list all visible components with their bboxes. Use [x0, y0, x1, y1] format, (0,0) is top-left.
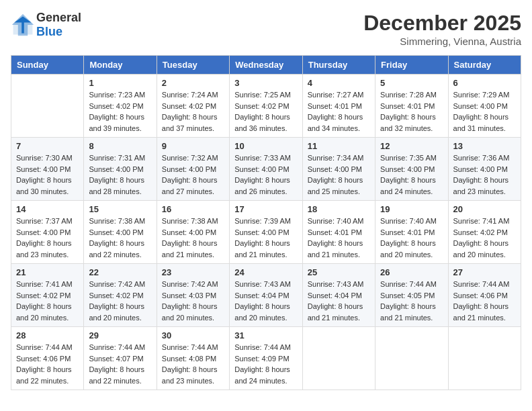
logo: General Blue [11, 11, 81, 39]
calendar-cell: 18Sunrise: 7:40 AMSunset: 4:01 PMDayligh… [302, 201, 375, 264]
day-info: Sunrise: 7:42 AMSunset: 4:02 PMDaylight:… [89, 279, 151, 323]
weekday-header: Thursday [302, 56, 375, 75]
calendar-week-row: 28Sunrise: 7:44 AMSunset: 4:06 PMDayligh… [11, 327, 521, 390]
month-title: December 2025 [363, 11, 521, 36]
calendar-table: SundayMondayTuesdayWednesdayThursdayFrid… [11, 55, 521, 390]
day-info: Sunrise: 7:41 AMSunset: 4:02 PMDaylight:… [16, 279, 79, 323]
day-number: 5 [380, 78, 443, 88]
day-info: Sunrise: 7:44 AMSunset: 4:09 PMDaylight:… [234, 342, 297, 386]
calendar-body: 1Sunrise: 7:23 AMSunset: 4:02 PMDaylight… [11, 75, 521, 390]
weekday-header: Saturday [448, 56, 521, 75]
day-number: 12 [380, 141, 443, 151]
day-info: Sunrise: 7:37 AMSunset: 4:00 PMDaylight:… [16, 216, 79, 260]
calendar-cell: 29Sunrise: 7:44 AMSunset: 4:07 PMDayligh… [84, 327, 157, 390]
calendar-cell: 16Sunrise: 7:38 AMSunset: 4:00 PMDayligh… [157, 201, 229, 264]
calendar-cell: 9Sunrise: 7:32 AMSunset: 4:00 PMDaylight… [157, 138, 229, 201]
weekday-header: Tuesday [157, 56, 229, 75]
day-number: 8 [89, 141, 151, 151]
day-info: Sunrise: 7:39 AMSunset: 4:00 PMDaylight:… [234, 216, 297, 260]
day-number: 1 [89, 78, 151, 88]
day-number: 16 [162, 204, 224, 214]
calendar-cell: 7Sunrise: 7:30 AMSunset: 4:00 PMDaylight… [11, 138, 84, 201]
calendar-cell: 17Sunrise: 7:39 AMSunset: 4:00 PMDayligh… [230, 201, 302, 264]
calendar-cell: 25Sunrise: 7:43 AMSunset: 4:04 PMDayligh… [302, 264, 375, 327]
calendar-cell [302, 327, 375, 390]
day-info: Sunrise: 7:44 AMSunset: 4:07 PMDaylight:… [89, 342, 151, 386]
day-info: Sunrise: 7:30 AMSunset: 4:00 PMDaylight:… [16, 152, 79, 197]
calendar-cell: 21Sunrise: 7:41 AMSunset: 4:02 PMDayligh… [11, 264, 84, 327]
calendar-cell: 4Sunrise: 7:27 AMSunset: 4:01 PMDaylight… [302, 75, 375, 138]
calendar-cell: 6Sunrise: 7:29 AMSunset: 4:00 PMDaylight… [448, 75, 521, 138]
day-number: 3 [234, 78, 297, 88]
day-info: Sunrise: 7:42 AMSunset: 4:03 PMDaylight:… [162, 279, 224, 323]
page-header: General Blue December 2025 Simmering, Vi… [11, 11, 521, 47]
calendar-cell: 22Sunrise: 7:42 AMSunset: 4:02 PMDayligh… [84, 264, 157, 327]
calendar-cell: 5Sunrise: 7:28 AMSunset: 4:01 PMDaylight… [375, 75, 448, 138]
day-number: 14 [16, 204, 79, 214]
day-number: 13 [453, 141, 516, 151]
day-info: Sunrise: 7:44 AMSunset: 4:05 PMDaylight:… [380, 279, 443, 323]
day-number: 4 [308, 78, 370, 88]
calendar-cell: 28Sunrise: 7:44 AMSunset: 4:06 PMDayligh… [11, 327, 84, 390]
day-info: Sunrise: 7:25 AMSunset: 4:02 PMDaylight:… [234, 89, 297, 134]
day-info: Sunrise: 7:44 AMSunset: 4:08 PMDaylight:… [162, 342, 224, 386]
weekday-header: Monday [84, 56, 157, 75]
day-number: 19 [380, 204, 443, 214]
calendar-week-row: 21Sunrise: 7:41 AMSunset: 4:02 PMDayligh… [11, 264, 521, 327]
day-info: Sunrise: 7:27 AMSunset: 4:01 PMDaylight:… [308, 89, 370, 134]
day-number: 30 [162, 330, 224, 340]
calendar-week-row: 14Sunrise: 7:37 AMSunset: 4:00 PMDayligh… [11, 201, 521, 264]
day-info: Sunrise: 7:44 AMSunset: 4:06 PMDaylight:… [453, 279, 516, 323]
day-number: 11 [308, 141, 370, 151]
day-number: 28 [16, 330, 79, 340]
day-number: 29 [89, 330, 151, 340]
day-number: 26 [380, 267, 443, 277]
day-number: 6 [453, 78, 516, 88]
day-info: Sunrise: 7:38 AMSunset: 4:00 PMDaylight:… [89, 216, 151, 260]
day-number: 7 [16, 141, 79, 151]
logo-general-text: General [36, 11, 81, 24]
day-info: Sunrise: 7:32 AMSunset: 4:00 PMDaylight:… [162, 152, 224, 197]
day-info: Sunrise: 7:23 AMSunset: 4:02 PMDaylight:… [89, 89, 151, 134]
day-info: Sunrise: 7:43 AMSunset: 4:04 PMDaylight:… [234, 279, 297, 323]
weekday-header: Sunday [11, 56, 84, 75]
day-number: 17 [234, 204, 297, 214]
calendar-cell: 2Sunrise: 7:24 AMSunset: 4:02 PMDaylight… [157, 75, 229, 138]
day-info: Sunrise: 7:44 AMSunset: 4:06 PMDaylight:… [16, 342, 79, 386]
day-number: 10 [234, 141, 297, 151]
day-info: Sunrise: 7:24 AMSunset: 4:02 PMDaylight:… [162, 89, 224, 134]
weekday-header: Friday [375, 56, 448, 75]
day-number: 18 [308, 204, 370, 214]
calendar-cell [375, 327, 448, 390]
calendar-cell: 31Sunrise: 7:44 AMSunset: 4:09 PMDayligh… [230, 327, 302, 390]
location: Simmering, Vienna, Austria [363, 36, 521, 47]
day-info: Sunrise: 7:43 AMSunset: 4:04 PMDaylight:… [308, 279, 370, 323]
calendar-cell: 23Sunrise: 7:42 AMSunset: 4:03 PMDayligh… [157, 264, 229, 327]
calendar-cell: 19Sunrise: 7:40 AMSunset: 4:01 PMDayligh… [375, 201, 448, 264]
day-number: 15 [89, 204, 151, 214]
day-number: 23 [162, 267, 224, 277]
calendar-cell: 26Sunrise: 7:44 AMSunset: 4:05 PMDayligh… [375, 264, 448, 327]
day-number: 22 [89, 267, 151, 277]
calendar-cell: 24Sunrise: 7:43 AMSunset: 4:04 PMDayligh… [230, 264, 302, 327]
calendar-cell: 20Sunrise: 7:41 AMSunset: 4:02 PMDayligh… [448, 201, 521, 264]
day-info: Sunrise: 7:33 AMSunset: 4:00 PMDaylight:… [234, 152, 297, 197]
calendar-cell: 27Sunrise: 7:44 AMSunset: 4:06 PMDayligh… [448, 264, 521, 327]
calendar-week-row: 7Sunrise: 7:30 AMSunset: 4:00 PMDaylight… [11, 138, 521, 201]
day-number: 2 [162, 78, 224, 88]
day-number: 27 [453, 267, 516, 277]
calendar-cell: 12Sunrise: 7:35 AMSunset: 4:00 PMDayligh… [375, 138, 448, 201]
day-info: Sunrise: 7:41 AMSunset: 4:02 PMDaylight:… [453, 216, 516, 260]
day-number: 25 [308, 267, 370, 277]
calendar-cell: 30Sunrise: 7:44 AMSunset: 4:08 PMDayligh… [157, 327, 229, 390]
logo-blue-text: Blue [36, 25, 62, 38]
calendar-header: SundayMondayTuesdayWednesdayThursdayFrid… [11, 56, 521, 75]
day-info: Sunrise: 7:36 AMSunset: 4:00 PMDaylight:… [453, 152, 516, 197]
day-info: Sunrise: 7:40 AMSunset: 4:01 PMDaylight:… [308, 216, 370, 260]
calendar-cell: 13Sunrise: 7:36 AMSunset: 4:00 PMDayligh… [448, 138, 521, 201]
day-info: Sunrise: 7:31 AMSunset: 4:00 PMDaylight:… [89, 152, 151, 197]
calendar-cell [448, 327, 521, 390]
day-info: Sunrise: 7:28 AMSunset: 4:01 PMDaylight:… [380, 89, 443, 134]
day-info: Sunrise: 7:35 AMSunset: 4:00 PMDaylight:… [380, 152, 443, 197]
calendar-cell: 14Sunrise: 7:37 AMSunset: 4:00 PMDayligh… [11, 201, 84, 264]
